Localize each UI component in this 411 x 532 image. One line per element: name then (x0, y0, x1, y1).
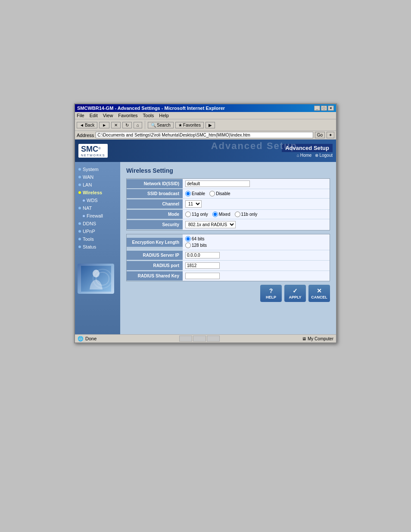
smc-logo: SMC® NETWORKS (78, 144, 108, 158)
radius-ip-value (183, 250, 330, 260)
apply-button[interactable]: ✓ APPLY (284, 285, 306, 302)
header-nav: ⌂ Home ⊗ Logout (297, 153, 333, 158)
go-button[interactable]: Go (315, 132, 325, 138)
search-button[interactable]: 🔍 Search (148, 122, 174, 128)
sidebar-item-nat[interactable]: NAT (75, 204, 120, 212)
search-icon: 🔍 (151, 123, 156, 128)
enc-64-label[interactable]: 64 bits (185, 236, 207, 242)
ssid-disable-radio[interactable] (209, 191, 215, 196)
ssid-input[interactable] (185, 180, 250, 187)
title-bar: SMCWBR14-GM - Advanced Settings - Micros… (75, 104, 336, 112)
menu-favorites[interactable]: Favorites (118, 113, 137, 118)
maximize-button[interactable]: □ (321, 106, 327, 111)
sidebar-item-system[interactable]: System (75, 165, 120, 173)
sidebar-item-wds[interactable]: WDS (75, 196, 120, 204)
primary-settings-table: Network ID(SSID) SSID broadcast (126, 178, 330, 230)
sidebar-item-firewall[interactable]: Firewall (75, 212, 120, 220)
channel-select[interactable]: 11 1 2 3 4 5 6 (185, 200, 202, 208)
stop-button[interactable]: ✕ (111, 122, 121, 128)
enc-64-radio[interactable] (185, 236, 191, 242)
mode-11b-radio[interactable] (235, 212, 240, 217)
ssid-broadcast-value: Enable Disable (183, 189, 330, 198)
help-button[interactable]: ? HELP (260, 285, 282, 302)
mode-11b-label[interactable]: 11b only (235, 212, 258, 217)
radius-key-label: RADIUS Shared Key (127, 271, 183, 280)
radius-port-label: RADIUS port (127, 261, 183, 270)
minimize-button[interactable]: _ (314, 106, 320, 111)
sidebar-item-status[interactable]: Status (75, 243, 120, 251)
status-sections (179, 336, 220, 342)
sidebar-item-wan[interactable]: WAN (75, 173, 120, 181)
sidebar-item-wireless[interactable]: Wireless (75, 189, 120, 196)
logout-nav-link[interactable]: ⊗ Logout (315, 153, 333, 158)
sidebar-item-tools[interactable]: Tools (75, 235, 120, 243)
channel-label: Channel (127, 199, 183, 208)
smc-registered: ® (98, 146, 101, 150)
mode-mixed-radio[interactable] (212, 212, 218, 217)
page-title: Wireless Setting (126, 167, 330, 174)
secondary-settings-table: Encryption Key Length 64 bits (126, 234, 330, 281)
sidebar-bullet-upnp (78, 230, 81, 233)
radius-shared-key[interactable] (185, 273, 220, 279)
radius-server-ip[interactable] (185, 252, 220, 258)
home-nav-link[interactable]: ⌂ Home (297, 153, 312, 158)
menu-help[interactable]: Help (159, 113, 169, 118)
sidebar-bullet-wds (83, 199, 85, 202)
sidebar-bullet-wan (78, 176, 81, 178)
mode-mixed-label[interactable]: Mixed (212, 212, 230, 217)
ssid-value (183, 179, 330, 189)
enc-128-label[interactable]: 128 bits (185, 243, 207, 248)
sidebar-bullet-lan (78, 184, 81, 186)
enc-key-label: Encryption Key Length (127, 238, 183, 247)
mode-11g-radio[interactable] (185, 212, 191, 217)
forward-button[interactable]: ► (99, 122, 109, 128)
toolbar-extra-btn[interactable]: ✦ (327, 132, 334, 138)
home-icon: ⌂ (297, 153, 299, 158)
status-text: Done (85, 336, 97, 341)
channel-row: Channel 11 1 2 3 4 5 6 (127, 199, 330, 210)
sidebar-item-lan[interactable]: LAN (75, 181, 120, 189)
status-section-3 (207, 336, 220, 342)
menu-view[interactable]: View (103, 113, 113, 118)
channel-value: 11 1 2 3 4 5 6 (183, 199, 330, 209)
close-button[interactable]: × (328, 106, 334, 111)
address-label: Address (77, 133, 94, 138)
media-button[interactable]: ▶ (206, 122, 215, 128)
ssid-enable-label[interactable]: Enable (185, 191, 205, 196)
ssid-disable-label[interactable]: Disable (209, 191, 230, 196)
home-button[interactable]: ⌂ (134, 122, 142, 128)
radius-port-input[interactable] (185, 262, 220, 269)
mode-11g-label[interactable]: 11g only (185, 212, 208, 217)
toolbar-separator-1 (145, 121, 145, 129)
menu-file[interactable]: File (77, 113, 84, 118)
enc-key-row: Encryption Key Length 64 bits (127, 234, 330, 250)
sidebar-item-upnp[interactable]: UPnP (75, 227, 120, 235)
security-select[interactable]: None WEP 802.1x and RADIUS WPA WPA2 (185, 221, 236, 228)
sidebar-image (78, 264, 114, 294)
sidebar-bullet-tools (78, 238, 81, 240)
status-section-2 (193, 336, 206, 342)
favorites-button[interactable]: ★ Favorites (175, 122, 204, 128)
enc-128-radio[interactable] (185, 243, 191, 248)
back-button[interactable]: ◄ Back (77, 122, 97, 128)
star-icon: ★ (178, 123, 182, 128)
sidebar-bullet-nat (78, 207, 81, 209)
status-indicator: 🌐 Done (78, 336, 97, 342)
address-input[interactable] (96, 132, 313, 138)
address-bar: Address Go ✦ (75, 131, 336, 140)
mode-label: Mode (127, 210, 183, 219)
computer-icon: 🖥 (302, 336, 306, 341)
content-layout: System WAN LAN Wireless WDS (75, 162, 336, 334)
menu-bar: File Edit View Favorites Tools Help (75, 112, 336, 119)
enc-key-value: 64 bits 128 bits (183, 234, 330, 250)
sidebar-bullet-system (78, 168, 81, 171)
title-bar-buttons: _ □ × (314, 106, 334, 111)
sidebar-item-ddns[interactable]: DDNS (75, 220, 120, 227)
ssid-enable-radio[interactable] (185, 191, 191, 196)
cancel-button[interactable]: ✕ CANCEL (308, 285, 330, 302)
refresh-button[interactable]: ↻ (122, 122, 132, 128)
radius-port-value (183, 261, 330, 271)
menu-edit[interactable]: Edit (90, 113, 98, 118)
radius-ip-label: RADIUS Server IP (127, 251, 183, 260)
menu-tools[interactable]: Tools (143, 113, 154, 118)
